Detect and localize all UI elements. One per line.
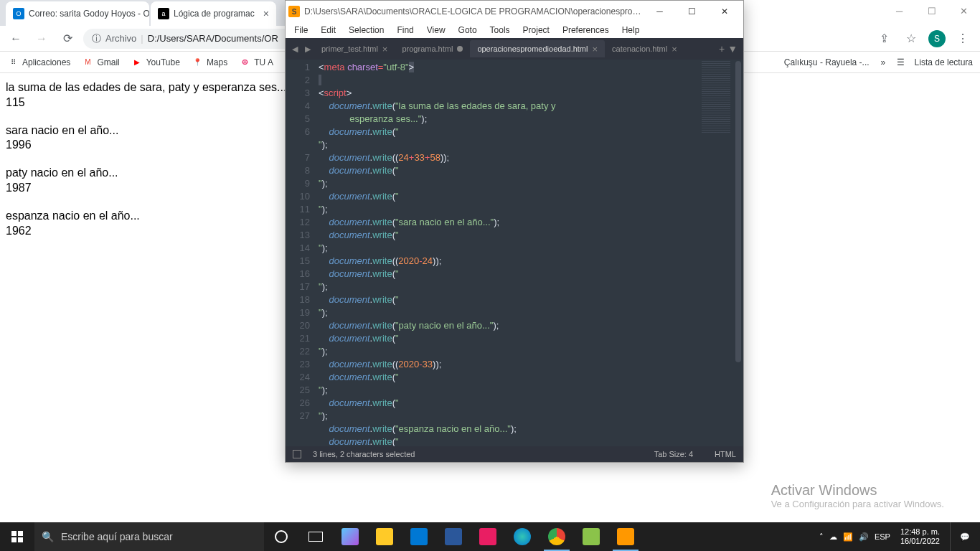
snip-icon[interactable] — [471, 522, 505, 551]
sublime-title: D:\Users\SARA\Documents\ORACLE-LOGICA DE… — [304, 6, 644, 17]
menu-item-project[interactable]: Project — [517, 24, 555, 37]
menu-item-selection[interactable]: Selection — [343, 24, 390, 37]
chrome-minimize-button[interactable]: ─ — [883, 0, 915, 22]
menu-item-find[interactable]: Find — [391, 24, 419, 37]
explorer-icon[interactable] — [367, 522, 402, 551]
file-tab[interactable]: primer_test.html× — [314, 40, 395, 57]
sublime-app-icon: S — [288, 6, 300, 17]
msstore-icon[interactable] — [333, 522, 367, 551]
code-area[interactable]: <meta charset="utf-8"> <script> document… — [316, 60, 690, 446]
new-tab-icon[interactable]: + — [719, 43, 725, 55]
svg-rect-2 — [11, 537, 17, 542]
watermark-sub: Ve a Configuración para activar Windows. — [771, 499, 944, 509]
status-tabsize[interactable]: Tab Size: 4 — [654, 450, 693, 458]
file-tab[interactable]: catenacion.html× — [605, 40, 684, 57]
search-placeholder: Escribe aquí para buscar — [61, 531, 173, 542]
taskbar-clock[interactable]: 12:48 p. m. 16/01/2022 — [896, 527, 944, 546]
forward-icon[interactable]: → — [32, 29, 52, 49]
close-icon[interactable]: × — [592, 44, 598, 55]
site-icon: ⴲ — [239, 57, 250, 68]
tray-overflow-icon[interactable]: ˄ — [819, 532, 824, 542]
onedrive-icon[interactable]: ☁ — [829, 532, 837, 542]
bookmark-label: Gmail — [97, 57, 119, 67]
wifi-icon[interactable]: 📶 — [843, 532, 853, 542]
bookmark-item[interactable]: Çalıkuşu - Rayuela -... — [784, 57, 870, 67]
bookmark-label: Lista de lectura — [915, 57, 973, 67]
edge-icon[interactable] — [505, 522, 540, 551]
sublime-text-window: S D:\Users\SARA\Documents\ORACLE-LOGICA … — [285, 0, 744, 463]
sublime-editor[interactable]: 123456 789101112131415161718192021222324… — [286, 60, 743, 446]
svg-rect-3 — [18, 537, 23, 542]
tab-title: Lógica de programac — [174, 9, 255, 19]
address-prefix: Archivo — [105, 33, 136, 44]
svg-rect-1 — [18, 531, 23, 536]
bookmark-label: Çalıkuşu - Rayuela -... — [784, 57, 870, 67]
start-button[interactable] — [0, 522, 34, 551]
menu-item-view[interactable]: View — [421, 24, 451, 37]
chrome-close-button[interactable]: ✕ — [948, 0, 980, 22]
mail-icon[interactable] — [402, 522, 436, 551]
cortana-icon[interactable] — [264, 522, 298, 551]
svg-rect-0 — [11, 531, 17, 536]
bookmark-item[interactable]: ⴲTU A — [239, 57, 273, 68]
status-panel-icon[interactable] — [293, 450, 301, 458]
bookmark-label: YouTube — [146, 57, 180, 67]
reading-list-button[interactable]: ☰ Lista de lectura — [897, 57, 973, 67]
vertical-scrollbar[interactable] — [733, 60, 743, 446]
info-icon: ⓘ — [92, 32, 101, 45]
status-language[interactable]: HTML — [715, 450, 736, 458]
menu-item-goto[interactable]: Goto — [453, 24, 483, 37]
bookmark-item[interactable]: 📍Maps — [192, 57, 227, 68]
volume-icon[interactable]: 🔊 — [859, 532, 869, 542]
file-tab[interactable]: programa.html — [395, 40, 470, 57]
notification-center-icon[interactable]: 💬 — [950, 522, 979, 551]
menu-item-file[interactable]: File — [288, 24, 314, 37]
tab-dropdown-icon[interactable]: ▼ — [727, 43, 738, 55]
file-tab-label: programa.html — [402, 44, 453, 53]
bookmark-icon[interactable]: ☆ — [901, 29, 921, 49]
minimize-button[interactable]: ─ — [644, 1, 676, 22]
file-tab-label: operacionespromedioedad.html — [477, 44, 588, 53]
chrome-icon[interactable] — [540, 522, 574, 551]
menu-icon[interactable]: ⋮ — [953, 29, 973, 49]
browser-tab[interactable]: a Lógica de programac × — [151, 1, 276, 26]
sublime-titlebar[interactable]: S D:\Users\SARA\Documents\ORACLE-LOGICA … — [286, 1, 743, 22]
tab-prev-icon[interactable]: ◀ — [288, 44, 301, 54]
language-indicator[interactable]: ESP — [875, 532, 890, 541]
notepadpp-icon[interactable] — [574, 522, 608, 551]
bookmarks-overflow-icon[interactable]: » — [881, 57, 886, 67]
close-icon[interactable]: × — [382, 44, 388, 55]
apps-icon: ⠿ — [7, 57, 19, 68]
apps-button[interactable]: ⠿Aplicaciones — [7, 57, 70, 68]
menu-item-edit[interactable]: Edit — [315, 24, 341, 37]
youtube-icon: ▶ — [131, 57, 143, 68]
chrome-maximize-button[interactable]: ☐ — [915, 0, 948, 22]
word-icon[interactable] — [436, 522, 471, 551]
maximize-button[interactable]: ☐ — [676, 1, 708, 22]
bookmark-item[interactable]: ▶YouTube — [131, 57, 180, 68]
file-tab[interactable]: operacionespromedioedad.html× — [470, 40, 605, 57]
taskview-icon[interactable] — [298, 522, 333, 551]
menu-item-preferences[interactable]: Preferences — [557, 24, 615, 37]
maps-icon: 📍 — [192, 57, 203, 68]
close-icon[interactable]: × — [672, 44, 677, 55]
menu-item-help[interactable]: Help — [616, 24, 646, 37]
close-icon[interactable]: × — [263, 8, 269, 19]
tab-next-icon[interactable]: ▶ — [301, 44, 314, 54]
gmail-icon: M — [82, 57, 93, 68]
close-button[interactable]: ✕ — [708, 1, 740, 22]
tab-title: Correo: sarita Godoy Hoyos - Ou — [29, 9, 149, 19]
share-icon[interactable]: ⇪ — [874, 29, 894, 49]
bookmark-item[interactable]: MGmail — [82, 57, 119, 68]
menu-item-tools[interactable]: Tools — [484, 24, 516, 37]
file-tab-label: catenacion.html — [612, 44, 667, 53]
search-icon: 🔍 — [42, 531, 54, 542]
back-icon[interactable]: ← — [6, 29, 26, 49]
taskbar-apps — [264, 522, 643, 551]
minimap[interactable] — [690, 60, 733, 446]
sublime-icon[interactable] — [608, 522, 643, 551]
reload-icon[interactable]: ⟳ — [57, 29, 77, 49]
taskbar-search[interactable]: 🔍 Escribe aquí para buscar — [34, 522, 264, 551]
browser-tab[interactable]: O Correo: sarita Godoy Hoyos - Ou × — [6, 1, 149, 26]
profile-avatar[interactable]: S — [928, 30, 946, 47]
